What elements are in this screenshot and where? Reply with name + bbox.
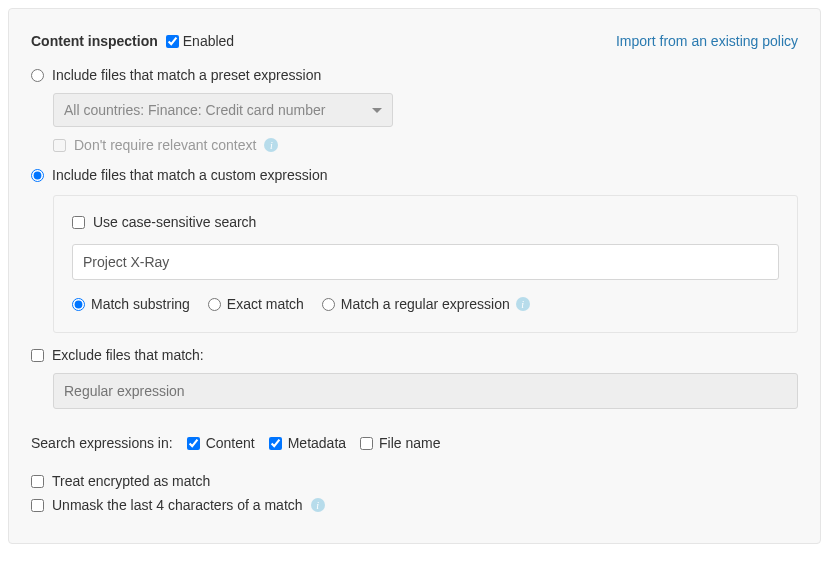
exact-match-label: Exact match <box>227 296 304 312</box>
search-content-label: Content <box>206 435 255 451</box>
search-in-row: Search expressions in: Content Metadata … <box>31 435 798 451</box>
treat-encrypted-checkbox[interactable] <box>31 475 44 488</box>
unmask-label: Unmask the last 4 characters of a match <box>52 497 303 513</box>
preset-select-value: All countries: Finance: Credit card numb… <box>64 102 325 118</box>
match-regex-radio[interactable] <box>322 298 335 311</box>
match-regex-label: Match a regular expression <box>341 296 510 312</box>
exclude-files-checkbox[interactable] <box>31 349 44 362</box>
enabled-label: Enabled <box>183 33 234 49</box>
search-filename-label: File name <box>379 435 440 451</box>
exclude-files-label: Exclude files that match: <box>52 347 204 363</box>
exclude-regex-input <box>53 373 798 409</box>
info-icon: i <box>516 297 530 311</box>
info-icon: i <box>264 138 278 152</box>
search-metadata-label: Metadata <box>288 435 346 451</box>
exact-match-radio[interactable] <box>208 298 221 311</box>
unmask-checkbox[interactable] <box>31 499 44 512</box>
info-icon: i <box>311 498 325 512</box>
match-substring-radio[interactable] <box>72 298 85 311</box>
case-sensitive-label: Use case-sensitive search <box>93 214 256 230</box>
import-policy-link[interactable]: Import from an existing policy <box>616 33 798 49</box>
preset-expression-label: Include files that match a preset expres… <box>52 67 321 83</box>
require-context-checkbox <box>53 139 66 152</box>
custom-expression-input[interactable] <box>72 244 779 280</box>
custom-expression-box: Use case-sensitive search Match substrin… <box>53 195 798 333</box>
search-content-checkbox[interactable] <box>187 437 200 450</box>
search-in-label: Search expressions in: <box>31 435 173 451</box>
treat-encrypted-label: Treat encrypted as match <box>52 473 210 489</box>
case-sensitive-checkbox[interactable] <box>72 216 85 229</box>
search-metadata-checkbox[interactable] <box>269 437 282 450</box>
custom-expression-label: Include files that match a custom expres… <box>52 167 327 183</box>
enabled-checkbox[interactable] <box>166 35 179 48</box>
search-filename-checkbox[interactable] <box>360 437 373 450</box>
require-context-label: Don't require relevant context <box>74 137 256 153</box>
match-substring-label: Match substring <box>91 296 190 312</box>
preset-expression-radio[interactable] <box>31 69 44 82</box>
match-mode-group: Match substring Exact match Match a regu… <box>72 296 779 312</box>
custom-expression-radio[interactable] <box>31 169 44 182</box>
section-title: Content inspection <box>31 33 158 49</box>
content-inspection-panel: Content inspection Enabled Import from a… <box>8 8 821 544</box>
preset-expression-select[interactable]: All countries: Finance: Credit card numb… <box>53 93 393 127</box>
header-row: Content inspection Enabled Import from a… <box>31 33 798 49</box>
